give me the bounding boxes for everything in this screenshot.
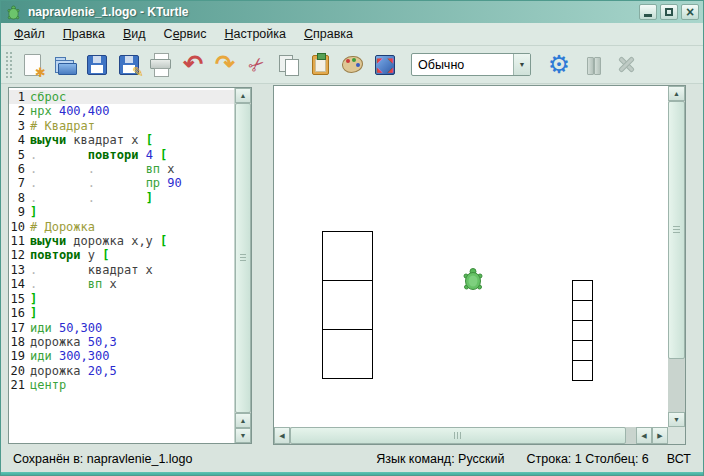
code-line-3[interactable]: 3# Квадрат xyxy=(9,119,235,133)
code-line-4[interactable]: 4выучи квадрат x [ xyxy=(9,133,235,147)
menubar: ФайлПравкаВидСервисНастройкаСправка xyxy=(1,23,703,46)
code-text: ] xyxy=(30,292,37,306)
run-button[interactable]: ⚙ xyxy=(544,50,574,80)
menu-file[interactable]: Файл xyxy=(5,25,54,43)
code-text: # Квадрат xyxy=(30,119,95,133)
line-number: 5 xyxy=(9,148,25,162)
redo-button[interactable]: ↷ xyxy=(210,50,240,80)
editor-scrollbar-thumb[interactable] xyxy=(235,103,251,413)
scroll-up-button[interactable]: ▲ xyxy=(668,86,685,101)
code-line-16[interactable]: 16] xyxy=(9,306,235,320)
menu-tools[interactable]: Сервис xyxy=(155,25,216,43)
code-line-21[interactable]: 21центр xyxy=(9,378,235,392)
code-line-10[interactable]: 10# Дорожка xyxy=(9,220,235,234)
line-number: 4 xyxy=(9,133,25,147)
editor-vertical-scrollbar[interactable]: ▲ ▲ ▼ xyxy=(234,88,251,443)
undo-button[interactable]: ↶ xyxy=(178,50,208,80)
code-line-8[interactable]: 8. . ] xyxy=(9,191,235,205)
print-button[interactable] xyxy=(146,50,176,80)
scroll-up-icon: ▲ xyxy=(240,92,247,99)
canvas-vscroll-thumb[interactable] xyxy=(668,101,685,359)
scroll-left-button-2[interactable]: ◀ xyxy=(636,427,652,444)
code-text: нрх 400,400 xyxy=(30,104,110,118)
paste-button[interactable] xyxy=(306,50,336,80)
line-number: 15 xyxy=(9,292,25,306)
undo-icon: ↶ xyxy=(181,53,205,77)
drawn-square-small xyxy=(572,280,593,301)
code-line-5[interactable]: 5. повтори 4 [ xyxy=(9,148,235,162)
canvas-hscroll-thumb[interactable] xyxy=(290,427,626,444)
code-line-18[interactable]: 18дорожка 50,3 xyxy=(9,335,235,349)
menu-view[interactable]: Вид xyxy=(114,25,155,43)
scroll-down-button[interactable]: ▼ xyxy=(235,428,251,443)
code-line-19[interactable]: 19иди 300,300 xyxy=(9,349,235,363)
stop-cross-icon xyxy=(615,53,639,77)
canvas-vscroll-track[interactable] xyxy=(668,101,685,412)
code-line-2[interactable]: 2нрх 400,400 xyxy=(9,104,235,118)
maximize-button[interactable] xyxy=(660,4,678,20)
minimize-icon xyxy=(644,14,652,17)
chevron-down-icon: ▼ xyxy=(513,54,530,75)
line-number: 16 xyxy=(9,306,25,320)
code-line-17[interactable]: 17иди 50,300 xyxy=(9,321,235,335)
code-line-9[interactable]: 9] xyxy=(9,205,235,219)
code-line-6[interactable]: 6. . вп x xyxy=(9,162,235,176)
scrollbar-corner xyxy=(668,427,685,444)
pause-button[interactable] xyxy=(578,50,608,80)
turtle-canvas[interactable] xyxy=(274,86,668,427)
line-number: 14 xyxy=(9,277,25,291)
new-file-button[interactable]: ✱ xyxy=(18,50,48,80)
code-line-13[interactable]: 13. квадрат x xyxy=(9,263,235,277)
canvas-hscroll-track[interactable] xyxy=(290,427,636,444)
code-line-7[interactable]: 7. . пр 90 xyxy=(9,176,235,190)
toolbar-drag-handle[interactable] xyxy=(5,51,13,79)
menu-edit[interactable]: Правка xyxy=(54,25,114,43)
scroll-down-button[interactable]: ▼ xyxy=(668,412,685,427)
code-text: # Дорожка xyxy=(30,220,95,234)
colors-button[interactable] xyxy=(338,50,368,80)
code-text: ] xyxy=(30,205,37,219)
stop-button[interactable] xyxy=(612,50,642,80)
code-line-11[interactable]: 11выучи дорожка x,y [ xyxy=(9,234,235,248)
scroll-up-icon: ▲ xyxy=(673,90,680,97)
menu-settings[interactable]: Настройка xyxy=(215,25,295,43)
canvas-horizontal-scrollbar[interactable]: ◀ ◀ ▶ xyxy=(274,427,668,444)
speed-combobox-value: Обычно xyxy=(412,58,464,72)
save-icon xyxy=(85,53,109,77)
toolbar: ✱ ✎ ↶ ↷ ✂ ◤◥◣◢ Обычно ▼ ⚙ xyxy=(1,46,703,84)
status-right-group: Язык команд: Русский Строка: 1 Столбец: … xyxy=(376,452,691,466)
scroll-up-icon: ▲ xyxy=(240,417,247,424)
fullscreen-button[interactable]: ◤◥◣◢ xyxy=(370,50,400,80)
speed-combobox[interactable]: Обычно ▼ xyxy=(411,53,531,76)
scroll-right-button[interactable]: ▶ xyxy=(652,427,668,444)
code-line-15[interactable]: 15] xyxy=(9,292,235,306)
code-text: выучи квадрат x [ xyxy=(30,133,153,147)
scroll-up-button[interactable]: ▲ xyxy=(235,88,251,103)
scroll-left-icon: ◀ xyxy=(641,432,646,440)
fullscreen-icon: ◤◥◣◢ xyxy=(373,53,397,77)
scroll-up-button-2[interactable]: ▲ xyxy=(235,413,251,428)
titlebar[interactable]: napravlenie_1.logo - KTurtle × xyxy=(1,1,703,23)
code-line-14[interactable]: 14. вп x xyxy=(9,277,235,291)
canvas-vertical-scrollbar[interactable]: ▲ ▼ xyxy=(668,86,685,427)
code-text: иди 50,300 xyxy=(30,321,102,335)
drawn-square-large xyxy=(322,329,373,379)
code-line-20[interactable]: 20дорожка 20,5 xyxy=(9,364,235,378)
menu-help[interactable]: Справка xyxy=(295,25,362,43)
code-line-1[interactable]: 1сброс xyxy=(9,90,235,104)
code-editor[interactable]: 1сброс2нрх 400,4003# Квадрат4выучи квадр… xyxy=(9,88,235,443)
window-bottom-edge xyxy=(1,472,703,476)
save-button[interactable] xyxy=(82,50,112,80)
copy-button[interactable] xyxy=(274,50,304,80)
maximize-icon xyxy=(665,8,673,16)
minimize-button[interactable] xyxy=(639,4,657,20)
scroll-left-button[interactable]: ◀ xyxy=(274,427,290,444)
redo-icon: ↷ xyxy=(213,53,237,77)
save-as-button[interactable]: ✎ xyxy=(114,50,144,80)
code-line-12[interactable]: 12повтори y [ xyxy=(9,248,235,262)
open-file-button[interactable] xyxy=(50,50,80,80)
cut-button[interactable]: ✂ xyxy=(242,50,272,80)
editor-scrollbar-track[interactable] xyxy=(235,103,251,413)
line-number: 1 xyxy=(9,90,25,104)
close-button[interactable]: × xyxy=(681,4,699,20)
